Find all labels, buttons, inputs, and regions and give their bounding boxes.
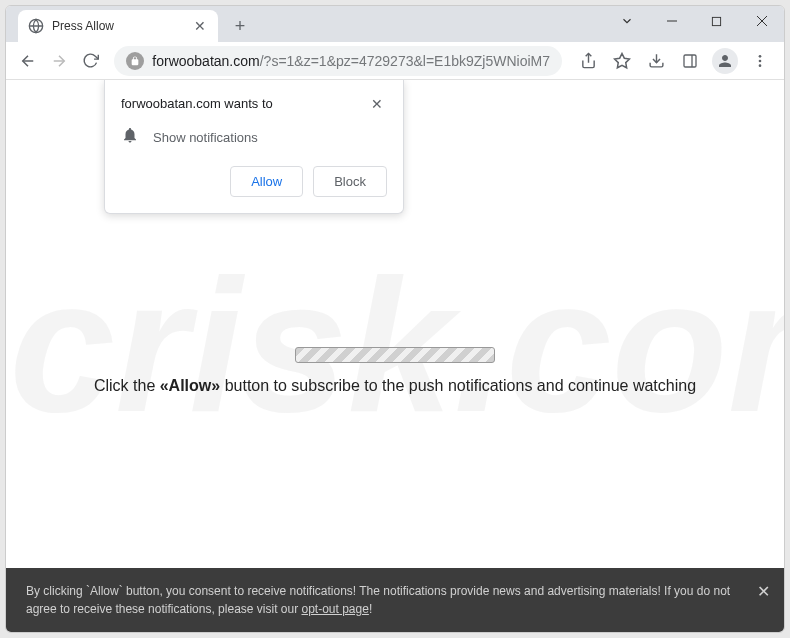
svg-marker-9 (615, 53, 630, 67)
progress-bar (295, 347, 495, 363)
instruction-text: Click the «Allow» button to subscribe to… (94, 377, 696, 395)
opt-out-link[interactable]: opt-out page (301, 602, 368, 616)
popup-title: forwoobatan.com wants to (121, 96, 273, 111)
permission-text: Show notifications (153, 130, 258, 145)
profile-avatar[interactable] (712, 48, 738, 74)
bookmark-star-icon[interactable] (606, 45, 638, 77)
bell-icon (121, 126, 139, 148)
consent-text: By clicking `Allow` button, you consent … (26, 584, 730, 616)
svg-rect-3 (712, 17, 720, 25)
download-icon[interactable] (640, 45, 672, 77)
forward-button[interactable] (45, 45, 72, 77)
minimize-button[interactable] (649, 6, 694, 36)
allow-button[interactable]: Allow (230, 166, 303, 197)
tab-title: Press Allow (52, 19, 184, 33)
svg-point-14 (759, 59, 762, 62)
menu-dots-icon[interactable] (744, 45, 776, 77)
toolbar-right (572, 45, 776, 77)
close-window-button[interactable] (739, 6, 784, 36)
tab-close-button[interactable]: ✕ (192, 18, 208, 34)
svg-point-15 (759, 64, 762, 67)
new-tab-button[interactable]: + (226, 12, 254, 40)
url-text: forwoobatan.com/?s=1&z=1&pz=4729273&l=E1… (152, 53, 550, 69)
browser-window: Press Allow ✕ + forwoobatan.com/?s=1 (5, 5, 785, 633)
lock-icon[interactable] (126, 52, 144, 70)
page-content-area: pcrisk.com forwoobatan.com wants to ✕ Sh… (6, 80, 784, 632)
permission-popup: forwoobatan.com wants to ✕ Show notifica… (104, 80, 404, 214)
svg-rect-11 (684, 55, 696, 67)
svg-point-13 (759, 55, 762, 58)
chevron-down-icon[interactable] (604, 6, 649, 36)
globe-icon (28, 18, 44, 34)
window-controls (604, 6, 784, 36)
block-button[interactable]: Block (313, 166, 387, 197)
back-button[interactable] (14, 45, 41, 77)
consent-bar: By clicking `Allow` button, you consent … (6, 568, 784, 632)
reload-button[interactable] (77, 45, 104, 77)
consent-close-button[interactable]: ✕ (757, 580, 770, 604)
browser-tab[interactable]: Press Allow ✕ (18, 10, 218, 42)
address-bar[interactable]: forwoobatan.com/?s=1&z=1&pz=4729273&l=E1… (114, 46, 562, 76)
maximize-button[interactable] (694, 6, 739, 36)
titlebar: Press Allow ✕ + (6, 6, 784, 42)
sidepanel-icon[interactable] (674, 45, 706, 77)
toolbar: forwoobatan.com/?s=1&z=1&pz=4729273&l=E1… (6, 42, 784, 80)
share-icon[interactable] (572, 45, 604, 77)
popup-close-button[interactable]: ✕ (367, 96, 387, 112)
